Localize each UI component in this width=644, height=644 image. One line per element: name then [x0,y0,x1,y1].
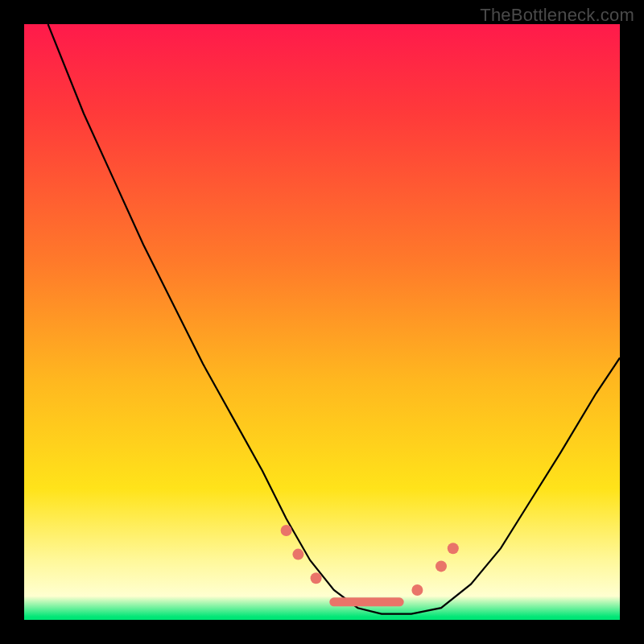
right-dot-1 [411,584,423,596]
marker-group [281,525,459,602]
watermark-text: TheBottleneck.com [480,5,634,26]
curve-svg [24,24,620,620]
left-dot-2 [292,549,303,560]
right-dot-3 [448,543,459,554]
plot-area [24,24,620,620]
curve-group [48,24,620,614]
chart-frame: TheBottleneck.com [0,0,644,644]
left-dot-3 [311,572,322,584]
right-dot-2 [436,560,447,572]
left-dot-1 [281,525,292,536]
bottleneck-curve [48,24,620,614]
